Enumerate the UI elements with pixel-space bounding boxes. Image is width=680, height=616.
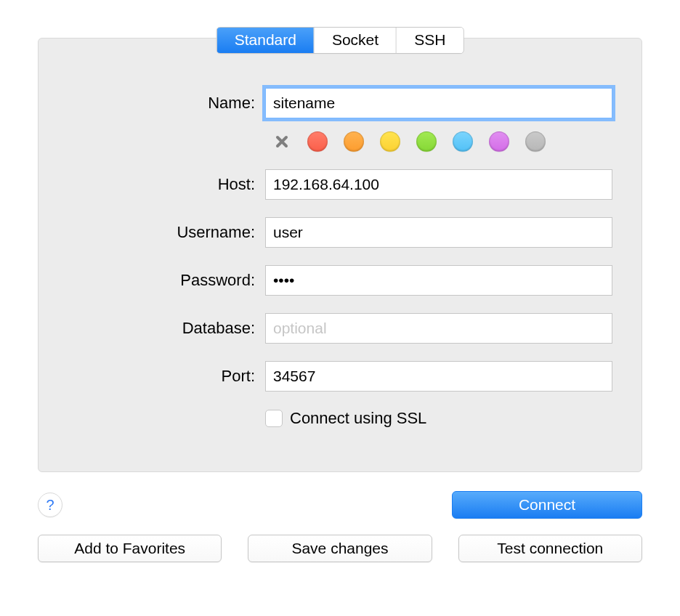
color-swatch-orange[interactable] xyxy=(344,131,364,152)
username-input[interactable] xyxy=(265,217,612,248)
host-input[interactable] xyxy=(265,169,612,200)
port-input[interactable] xyxy=(265,361,612,392)
password-input[interactable] xyxy=(265,265,612,296)
connection-type-tabs: Standard Socket SSH xyxy=(216,27,464,54)
color-swatch-blue[interactable] xyxy=(453,131,473,152)
label-name: Name: xyxy=(68,94,265,113)
label-username: Username: xyxy=(68,223,265,242)
save-changes-button[interactable]: Save changes xyxy=(248,535,432,562)
secondary-action-row: Add to Favorites Save changes Test conne… xyxy=(38,535,642,562)
color-swatch-yellow[interactable] xyxy=(380,131,400,152)
color-swatch-red[interactable] xyxy=(307,131,328,152)
tab-ssh[interactable]: SSH xyxy=(397,28,463,53)
color-swatch-gray[interactable] xyxy=(525,131,546,152)
name-input[interactable] xyxy=(265,88,612,118)
ssl-checkbox[interactable] xyxy=(265,410,283,427)
test-connection-button[interactable]: Test connection xyxy=(458,535,642,562)
add-to-favorites-button[interactable]: Add to Favorites xyxy=(38,535,222,562)
label-database: Database: xyxy=(68,319,265,338)
color-swatch-purple[interactable] xyxy=(489,131,509,152)
label-password: Password: xyxy=(68,271,265,290)
primary-action-row: ? Connect xyxy=(38,491,642,519)
tab-socket[interactable]: Socket xyxy=(315,28,397,53)
connection-panel: Standard Socket SSH Name: Host: xyxy=(38,38,642,472)
database-input[interactable] xyxy=(265,313,612,344)
help-button[interactable]: ? xyxy=(38,493,62,517)
label-host: Host: xyxy=(68,175,265,194)
connect-button[interactable]: Connect xyxy=(452,491,642,519)
color-picker xyxy=(265,131,612,152)
label-port: Port: xyxy=(68,367,265,386)
help-icon: ? xyxy=(46,497,54,514)
ssl-label: Connect using SSL xyxy=(290,409,426,428)
color-swatch-green[interactable] xyxy=(416,131,437,152)
tab-standard[interactable]: Standard xyxy=(217,28,315,53)
clear-color-icon[interactable] xyxy=(272,132,291,151)
